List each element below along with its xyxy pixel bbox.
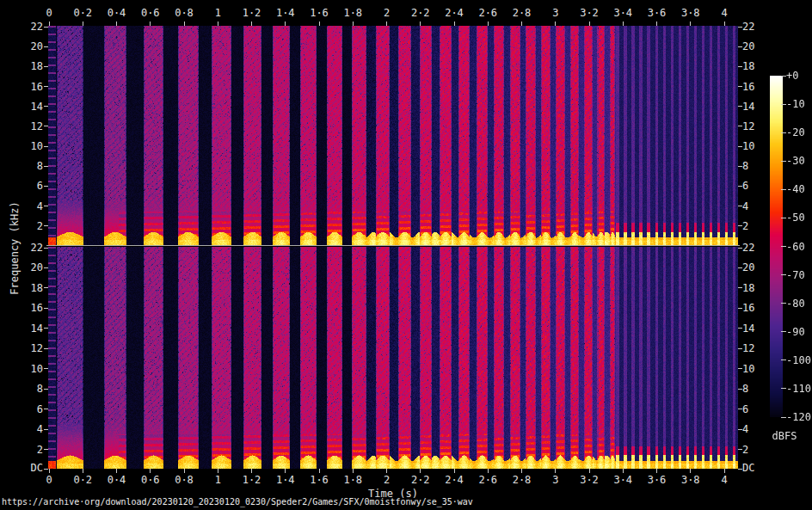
- colorbar-tick-label: -110: [786, 384, 811, 395]
- time-tick-top: [251, 22, 252, 26]
- freq-tick-label-left: 12: [17, 121, 43, 132]
- time-tick-bottom: [656, 469, 657, 473]
- freq-tick-label-left: 8: [17, 161, 43, 172]
- freq-tick-left: [44, 166, 48, 167]
- time-tick-top: [49, 22, 50, 26]
- time-tick-bottom: [184, 469, 185, 473]
- freq-tick-label-right: 4: [742, 424, 748, 435]
- time-tick-label-bottom: 2·4: [445, 475, 464, 486]
- colorbar-tick-label: -120: [786, 412, 811, 423]
- freq-dc-label-right: DC: [742, 463, 754, 474]
- time-tick-top: [83, 22, 83, 26]
- time-tick-top: [555, 22, 556, 26]
- freq-tick-label-left: 22: [17, 243, 43, 254]
- time-tick-top: [420, 22, 421, 26]
- time-tick-label-top: 1: [215, 8, 221, 19]
- freq-dc-label-left: DC: [17, 463, 43, 474]
- time-tick-bottom: [150, 469, 151, 473]
- freq-tick-label-right: 2: [742, 445, 748, 456]
- time-tick-bottom: [555, 469, 556, 473]
- colorbar-tick-label: -100: [786, 355, 811, 366]
- time-tick-label-top: 1·8: [343, 8, 362, 19]
- freq-tick-label-right: 8: [742, 161, 748, 172]
- freq-tick-left: [44, 389, 48, 390]
- time-tick-label-top: 2·6: [478, 8, 497, 19]
- freq-tick-label-right: 18: [742, 61, 754, 72]
- time-tick-bottom: [218, 469, 218, 473]
- time-tick-top: [488, 22, 489, 26]
- time-tick-top: [116, 22, 117, 26]
- freq-tick-label-left: 20: [17, 262, 43, 273]
- spectrogram-figure: 000·20·20·40·40·60·60·80·8111·21·21·41·4…: [0, 0, 812, 510]
- freq-tick-label-right: 18: [742, 283, 754, 294]
- freq-tick-label-left: 6: [17, 404, 43, 415]
- freq-tick-label-right: 20: [742, 262, 754, 273]
- time-tick-top: [353, 22, 354, 26]
- time-tick-label-top: 0·2: [73, 8, 92, 19]
- freq-tick-label-right: 20: [742, 41, 754, 52]
- time-tick-label-bottom: 1·8: [343, 475, 362, 486]
- time-tick-top: [285, 22, 286, 26]
- source-url-text: https://archive·org/download/20230120_20…: [2, 497, 473, 507]
- freq-tick-label-right: 22: [742, 22, 754, 33]
- time-tick-bottom: [319, 469, 320, 473]
- time-tick-label-bottom: 0·4: [108, 475, 126, 486]
- freq-tick-label-right: 8: [742, 384, 748, 395]
- colorbar-tick-label: -70: [786, 270, 805, 281]
- time-tick-label-bottom: 0·6: [141, 475, 160, 486]
- freq-tick-left: [44, 409, 48, 409]
- time-tick-label-top: 3: [552, 8, 558, 19]
- colorbar-tick-label: -30: [786, 156, 805, 167]
- time-tick-label-top: 0·8: [175, 8, 194, 19]
- freq-tick-label-left: 8: [17, 384, 43, 395]
- time-tick-label-bottom: 0·2: [73, 475, 92, 486]
- time-tick-label-top: 0·6: [141, 8, 160, 19]
- freq-tick-label-right: 14: [742, 323, 754, 335]
- freq-tick-label-left: 4: [17, 424, 43, 435]
- time-tick-label-top: 3·6: [648, 8, 667, 19]
- time-tick-label-bottom: 1·2: [243, 475, 261, 486]
- time-tick-top: [386, 22, 387, 26]
- freq-tick-label-left: 20: [17, 41, 43, 52]
- freq-tick-label-left: 18: [17, 61, 43, 72]
- time-tick-label-bottom: 1: [215, 475, 221, 486]
- time-tick-bottom: [454, 469, 455, 473]
- freq-tick-label-right: 12: [742, 343, 754, 354]
- time-tick-bottom: [285, 469, 286, 473]
- freq-tick-left: [44, 368, 48, 369]
- freq-tick-label-left: 14: [17, 101, 43, 113]
- freq-tick-left: [44, 267, 48, 268]
- time-tick-label-top: 3·4: [613, 8, 632, 19]
- time-tick-label-bottom: 3·4: [613, 475, 632, 486]
- time-tick-label-top: 2·8: [513, 8, 532, 19]
- freq-tick-label-right: 10: [742, 141, 754, 152]
- time-tick-label-bottom: 0: [46, 475, 52, 486]
- freq-tick-left: [44, 287, 48, 288]
- time-tick-top: [184, 22, 185, 26]
- freq-tick-label-right: 14: [742, 101, 754, 113]
- freq-tick-left: [44, 86, 48, 87]
- time-tick-bottom: [623, 469, 624, 473]
- colorbar-tick-label: -50: [786, 212, 805, 224]
- freq-tick-label-right: 12: [742, 121, 754, 132]
- time-tick-label-top: 2·4: [445, 8, 464, 19]
- time-tick-label-top: 3·8: [681, 8, 700, 19]
- freq-tick-label-right: 4: [742, 201, 748, 212]
- freq-tick-label-left: 22: [17, 22, 43, 33]
- freq-tick-left: [44, 186, 48, 187]
- time-tick-label-top: 0: [46, 8, 52, 19]
- freq-tick-left: [44, 206, 48, 206]
- time-tick-label-bottom: 2·6: [478, 475, 497, 486]
- freq-tick-left: [44, 348, 48, 349]
- time-tick-label-bottom: 3·8: [681, 475, 700, 486]
- time-tick-label-top: 2·2: [411, 8, 430, 19]
- time-tick-label-bottom: 0·8: [175, 475, 194, 486]
- spectrogram-channel-2: [48, 247, 738, 469]
- time-tick-label-bottom: 3·6: [648, 475, 667, 486]
- colorbar-tick-label: +0: [786, 71, 798, 82]
- freq-tick-label-left: 10: [17, 141, 43, 152]
- time-tick-bottom: [724, 469, 725, 473]
- freq-tick-label-left: 12: [17, 343, 43, 354]
- time-tick-label-top: 3·2: [580, 8, 599, 19]
- time-tick-label-bottom: 4: [721, 475, 727, 486]
